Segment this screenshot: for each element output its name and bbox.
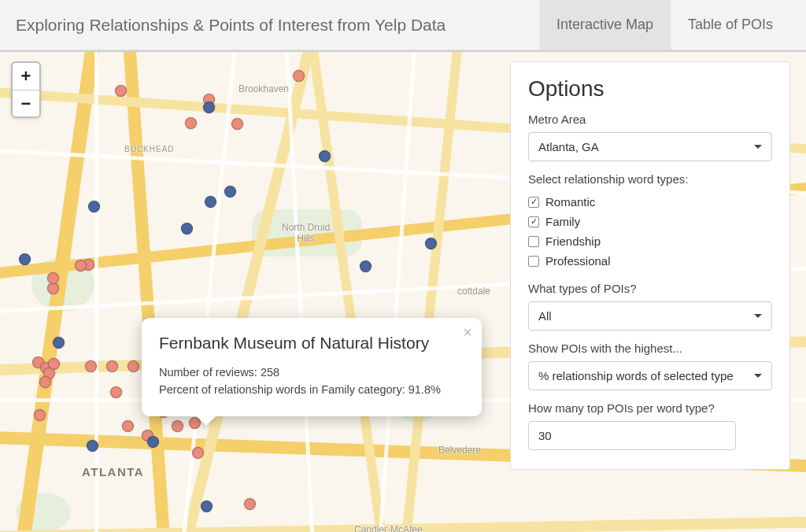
popup-percent: Percent of relationship words in Family … xyxy=(159,381,464,398)
poi-marker-blue[interactable] xyxy=(19,253,31,265)
checkbox-label: Professional xyxy=(545,254,611,268)
poi-marker-blue[interactable] xyxy=(203,102,215,113)
main-area: BrookhavenBUCKHEADNorth Druid HillsDRUID… xyxy=(0,50,806,532)
checkbox-icon[interactable] xyxy=(528,256,539,267)
relwords-label: Select relationship word types: xyxy=(528,172,772,186)
poi-marker-red[interactable] xyxy=(115,85,127,97)
poi-marker-blue[interactable] xyxy=(319,150,331,162)
show-value: % relationship words of selected type xyxy=(538,369,734,382)
chevron-down-icon xyxy=(754,374,762,382)
options-heading: Options xyxy=(528,76,772,102)
popup-reviews: Number of reviews: 258 xyxy=(159,364,464,381)
poi-marker-red[interactable] xyxy=(85,360,97,372)
checkbox-row-family[interactable]: Family xyxy=(528,212,772,231)
zoom-in-button[interactable]: + xyxy=(13,63,39,90)
checkbox-row-professional[interactable]: Professional xyxy=(528,251,772,271)
poi-marker-blue[interactable] xyxy=(224,186,236,198)
poi-marker-red[interactable] xyxy=(110,386,122,398)
popup-title: Fernbank Museum of Natural History xyxy=(159,334,464,353)
poi-marker-blue[interactable] xyxy=(147,436,159,448)
checkbox-icon[interactable] xyxy=(528,236,539,247)
metro-area-select[interactable]: Atlanta, GA xyxy=(528,132,772,161)
checkbox-icon[interactable] xyxy=(528,197,539,208)
poi-marker-red[interactable] xyxy=(244,498,256,510)
zoom-control: + − xyxy=(11,61,41,118)
map-place-label: Brookhaven xyxy=(238,83,289,94)
poi-marker-blue[interactable] xyxy=(201,501,213,512)
poi-marker-red[interactable] xyxy=(231,118,243,130)
poi-marker-blue[interactable] xyxy=(88,201,100,212)
poi-marker-red[interactable] xyxy=(34,409,46,421)
map-place-label: ATLANTA xyxy=(82,465,144,478)
zoom-out-button[interactable]: − xyxy=(13,90,39,116)
poi-marker-red[interactable] xyxy=(293,70,305,82)
checkbox-icon[interactable] xyxy=(528,216,539,227)
poi-marker-red[interactable] xyxy=(106,360,118,372)
tabs: Interactive Map Table of POIs xyxy=(539,0,790,50)
metro-area-value: Atlanta, GA xyxy=(538,140,599,153)
checkbox-label: Romantic xyxy=(545,195,595,209)
count-input[interactable] xyxy=(528,421,736,450)
show-select[interactable]: % relationship words of selected type xyxy=(528,361,772,390)
poi-marker-blue[interactable] xyxy=(87,440,98,452)
poi-marker-red[interactable] xyxy=(39,376,51,388)
poi-marker-red[interactable] xyxy=(192,447,204,459)
tab-interactive-map[interactable]: Interactive Map xyxy=(539,0,671,50)
options-panel: Options Metro Area Atlanta, GA Select re… xyxy=(510,61,790,470)
poi-marker-blue[interactable] xyxy=(181,223,193,235)
poi-marker-red[interactable] xyxy=(47,272,59,284)
poi-marker-red[interactable] xyxy=(185,117,197,129)
poitypes-label: What types of POIs? xyxy=(528,282,772,295)
chevron-down-icon xyxy=(754,314,762,322)
checkbox-row-romantic[interactable]: Romantic xyxy=(528,192,772,212)
poi-marker-red[interactable] xyxy=(47,283,59,294)
relwords-group: RomanticFamilyFriendshipProfessional xyxy=(528,192,772,271)
poi-marker-blue[interactable] xyxy=(360,260,372,272)
poi-marker-blue[interactable] xyxy=(425,238,437,249)
poitypes-select[interactable]: All xyxy=(528,301,772,331)
show-label: Show POIs with the highest... xyxy=(528,342,772,355)
poi-marker-red[interactable] xyxy=(172,420,183,432)
poi-marker-blue[interactable] xyxy=(205,196,216,208)
page-title: Exploring Relationships & Points of Inte… xyxy=(16,16,539,35)
poi-marker-red[interactable] xyxy=(75,260,87,272)
tab-table-of-pois[interactable]: Table of POIs xyxy=(671,0,790,50)
checkbox-row-friendship[interactable]: Friendship xyxy=(528,231,772,251)
count-label: How many top POIs per word type? xyxy=(528,401,772,415)
header-bar: Exploring Relationships & Points of Inte… xyxy=(0,0,806,50)
poi-popup: × Fernbank Museum of Natural History Num… xyxy=(142,318,482,416)
poi-marker-blue[interactable] xyxy=(53,337,65,349)
checkbox-label: Family xyxy=(545,215,580,228)
metro-area-label: Metro Area xyxy=(528,113,772,126)
poitypes-value: All xyxy=(538,309,552,323)
poi-marker-red[interactable] xyxy=(128,360,139,372)
poi-marker-red[interactable] xyxy=(122,420,134,432)
close-icon[interactable]: × xyxy=(463,324,472,340)
checkbox-label: Friendship xyxy=(545,235,601,248)
chevron-down-icon xyxy=(754,145,762,153)
